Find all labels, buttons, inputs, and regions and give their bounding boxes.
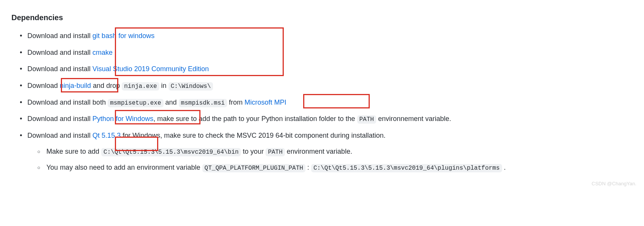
- link-python-windows[interactable]: Python for Windows: [92, 115, 153, 123]
- text: and drop: [91, 82, 122, 89]
- sub-list-item: Make sure to add C:\Qt\Qt5.15.3\5.15.3\m…: [27, 146, 633, 158]
- link-ninja-build[interactable]: ninja-build: [60, 82, 91, 89]
- list-item: Download and install cmake: [11, 47, 633, 59]
- text: Download and install: [27, 132, 92, 139]
- code-ninja-exe: ninja.exe: [122, 82, 159, 91]
- text: Download: [27, 82, 60, 89]
- text: :: [305, 164, 311, 171]
- code-path: PATH: [357, 115, 376, 124]
- code-msmpisetup: msmpisetup.exe: [108, 99, 163, 107]
- text: Download and install: [27, 65, 92, 73]
- code-qt-bin-path: C:\Qt\Qt5.15.3\5.15.3\msvc2019_64\bin: [101, 148, 241, 156]
- text: You may also need to add an environment …: [46, 164, 202, 171]
- code-path: PATH: [266, 148, 285, 156]
- text: from: [227, 99, 245, 106]
- text: to your: [241, 148, 266, 155]
- watermark: CSDN @ChangYan.: [592, 180, 636, 188]
- code-qt-plugins-path: C:\Qt\Qt5.15.3\5.15.3\msvc2019_64\plugin…: [311, 164, 502, 172]
- text: and: [164, 99, 179, 106]
- sub-list-item: You may also need to add an environment …: [27, 162, 633, 173]
- text: Download and install both: [27, 99, 108, 106]
- text: Download and install: [27, 32, 92, 40]
- text: , make sure to add the path to your Pyth…: [153, 115, 357, 123]
- list-item: Download and install Visual Studio 2019 …: [11, 64, 633, 75]
- text: Make sure to add: [46, 148, 101, 155]
- section-heading: Dependencies: [11, 11, 633, 24]
- text: .: [502, 164, 506, 171]
- code-msmpisdk: msmpisdk.msi: [179, 99, 227, 107]
- text: environment variable.: [285, 148, 352, 155]
- link-qt[interactable]: Qt 5.15.3: [92, 132, 121, 139]
- text: Download and install: [27, 49, 92, 56]
- link-microsoft-mpi[interactable]: Microsoft MPI: [245, 99, 286, 106]
- code-windows-path: C:\Windows\: [169, 82, 213, 91]
- list-item: Download and install git bash for window…: [11, 30, 633, 42]
- link-visual-studio[interactable]: Visual Studio 2019 Community Edition: [92, 65, 209, 73]
- list-item: Download and install Python for Windows,…: [11, 113, 633, 125]
- code-qt-env-var: QT_QPA_PLATFORM_PLUGIN_PATH: [202, 164, 305, 172]
- text: Download and install: [27, 115, 92, 123]
- list-item: Download and install both msmpisetup.exe…: [11, 97, 633, 108]
- text: in: [159, 82, 169, 89]
- text: for Windows, make sure to check the MSVC…: [121, 132, 385, 139]
- text: environnement variable.: [376, 115, 451, 123]
- sub-list: Make sure to add C:\Qt\Qt5.15.3\5.15.3\m…: [27, 146, 633, 173]
- link-git-bash[interactable]: git bash for windows: [92, 32, 154, 40]
- list-item: Download ninja-build and drop ninja.exe …: [11, 80, 633, 92]
- link-cmake[interactable]: cmake: [92, 49, 113, 56]
- list-item: Download and install Qt 5.15.3 for Windo…: [11, 130, 633, 173]
- dependencies-list: Download and install git bash for window…: [11, 30, 633, 173]
